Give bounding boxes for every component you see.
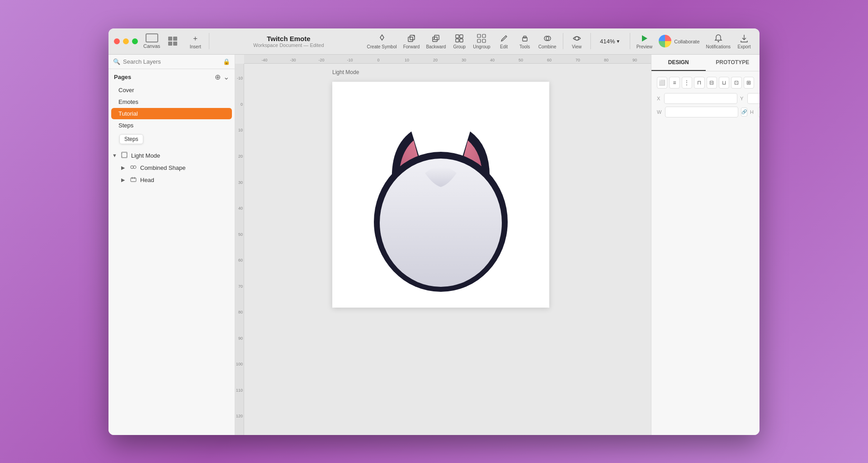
title-bar: Canvas ＋ Insert Twitch Emote Workspace D… bbox=[108, 28, 760, 55]
backward-button[interactable]: Backward bbox=[423, 32, 448, 51]
combine-label: Combine bbox=[538, 44, 557, 49]
backward-label: Backward bbox=[426, 44, 446, 49]
h-field: H bbox=[750, 107, 760, 117]
chevron-right-icon-2: ▶ bbox=[121, 177, 127, 183]
ruler-tick: -30 bbox=[290, 58, 296, 62]
divider3 bbox=[590, 33, 591, 49]
divider2 bbox=[563, 33, 563, 49]
insert-label: Insert bbox=[190, 44, 201, 49]
search-bar: 🔍 🔒 bbox=[108, 55, 235, 69]
export-label: Export bbox=[738, 44, 751, 49]
lock-ratio-button[interactable]: 🔗 bbox=[741, 108, 747, 117]
canvas-tool[interactable]: Canvas bbox=[143, 33, 160, 49]
artboard[interactable] bbox=[332, 82, 549, 308]
ruler-tick: -20 bbox=[318, 58, 324, 62]
page-item-cover[interactable]: Cover bbox=[111, 84, 232, 96]
collaborate-button[interactable]: Collaborate bbox=[656, 33, 702, 49]
ruler-tick-v: 0 bbox=[241, 102, 243, 107]
zoom-control[interactable]: 414% ▼ bbox=[594, 34, 626, 48]
preview-label: Preview bbox=[637, 44, 653, 49]
app-window: Canvas ＋ Insert Twitch Emote Workspace D… bbox=[108, 28, 760, 435]
size-row: W 🔗 H ⇔ ⇕ bbox=[657, 107, 754, 117]
svg-rect-11 bbox=[477, 39, 481, 42]
cat-face-svg bbox=[353, 95, 529, 294]
align-bottom-button[interactable]: ⊔ bbox=[719, 77, 729, 89]
distribute-h-button[interactable]: ⊡ bbox=[731, 77, 741, 89]
fullscreen-button[interactable] bbox=[132, 38, 138, 44]
forward-label: Forward bbox=[403, 44, 420, 49]
ruler-tick: 90 bbox=[632, 58, 637, 62]
svg-marker-18 bbox=[642, 35, 647, 42]
coord-row: X Y ° bbox=[657, 93, 754, 104]
canvas-area[interactable]: -40 -30 -20 -10 0 10 20 30 40 50 60 70 8… bbox=[235, 55, 651, 435]
svg-rect-10 bbox=[482, 34, 486, 37]
view-button[interactable]: View bbox=[567, 32, 587, 51]
align-top-button[interactable]: ⊓ bbox=[694, 77, 704, 89]
search-input[interactable] bbox=[123, 58, 220, 65]
right-panel: DESIGN PROTOTYPE ⬜ ≡ ⋮ ⊓ ⊟ ⊔ ⊡ ⊞ bbox=[651, 55, 760, 435]
chevron-down-icon: ▼ bbox=[112, 153, 118, 158]
y-field: Y bbox=[740, 93, 760, 104]
w-input[interactable] bbox=[665, 107, 738, 117]
steps-tooltip: Steps bbox=[119, 134, 143, 144]
zoom-level: 414% bbox=[600, 38, 615, 45]
edit-label: Edit bbox=[500, 44, 508, 49]
align-center-v-button[interactable]: ⊟ bbox=[707, 77, 717, 89]
ruler-tick: -10 bbox=[347, 58, 353, 62]
align-right-button[interactable]: ⋮ bbox=[682, 77, 692, 89]
steps-tooltip-container: Steps bbox=[108, 132, 235, 146]
combine-button[interactable]: Combine bbox=[536, 32, 559, 51]
ruler-tick: 80 bbox=[604, 58, 609, 62]
tools-button[interactable]: Tools bbox=[515, 32, 535, 51]
distribute-v-button[interactable]: ⊞ bbox=[744, 77, 754, 89]
add-page-button[interactable]: ⊕ bbox=[215, 73, 221, 81]
ruler-tick: 30 bbox=[462, 58, 466, 62]
panel-body: ⬜ ≡ ⋮ ⊓ ⊟ ⊔ ⊡ ⊞ X Y bbox=[651, 71, 760, 435]
page-item-emotes[interactable]: Emotes bbox=[111, 96, 232, 108]
pages-chevron[interactable]: ⌄ bbox=[223, 73, 229, 81]
canvas-icon bbox=[146, 33, 158, 42]
svg-marker-0 bbox=[380, 35, 384, 40]
page-item-steps[interactable]: Steps bbox=[111, 120, 232, 131]
notifications-button[interactable]: Notifications bbox=[703, 32, 733, 51]
insert-button[interactable]: ＋ Insert bbox=[185, 32, 205, 51]
group-label: Group bbox=[453, 44, 466, 49]
group-button[interactable]: Group bbox=[449, 32, 469, 51]
page-item-tutorial[interactable]: Tutorial bbox=[111, 108, 232, 119]
svg-rect-27 bbox=[131, 178, 136, 182]
h-input[interactable] bbox=[758, 107, 760, 117]
create-symbol-label: Create Symbol bbox=[367, 44, 397, 49]
minimize-button[interactable] bbox=[123, 38, 129, 44]
export-button[interactable]: Export bbox=[734, 32, 754, 51]
layer-item-combined-shape[interactable]: ▶ Combined Shape bbox=[108, 162, 235, 174]
tab-design[interactable]: DESIGN bbox=[651, 55, 706, 71]
lock-icon: 🔒 bbox=[223, 58, 230, 65]
preview-button[interactable]: Preview bbox=[634, 32, 656, 51]
svg-rect-8 bbox=[460, 39, 463, 42]
artboard-label: Light Mode bbox=[332, 69, 359, 75]
ruler-tick-v: -10 bbox=[237, 76, 243, 80]
svg-rect-4 bbox=[434, 35, 439, 40]
pages-controls: ⊕ ⌄ bbox=[215, 73, 229, 81]
y-label: Y bbox=[740, 96, 745, 101]
layer-item-head[interactable]: ▶ Head bbox=[108, 174, 235, 186]
svg-point-25 bbox=[131, 166, 133, 168]
close-button[interactable] bbox=[114, 38, 120, 44]
group-icon bbox=[129, 176, 137, 184]
layer-name-light-mode: Light Mode bbox=[131, 152, 160, 159]
layer-group-light-mode[interactable]: ▼ Light Mode bbox=[108, 150, 235, 162]
y-input[interactable] bbox=[747, 93, 760, 104]
ungroup-button[interactable]: Ungroup bbox=[470, 32, 493, 51]
ruler-tick-v: 40 bbox=[238, 206, 243, 210]
edit-button[interactable]: Edit bbox=[494, 32, 514, 51]
ruler-tick: 60 bbox=[547, 58, 552, 62]
x-input[interactable] bbox=[664, 93, 737, 104]
ruler-tick-v: 60 bbox=[238, 258, 243, 262]
panel-tabs: DESIGN PROTOTYPE bbox=[651, 55, 760, 71]
tab-prototype[interactable]: PROTOTYPE bbox=[706, 55, 760, 71]
align-center-h-button[interactable]: ≡ bbox=[669, 77, 679, 89]
create-symbol-button[interactable]: Create Symbol bbox=[364, 32, 400, 51]
divider bbox=[209, 33, 209, 49]
forward-button[interactable]: Forward bbox=[401, 32, 423, 51]
align-left-button[interactable]: ⬜ bbox=[657, 77, 667, 89]
